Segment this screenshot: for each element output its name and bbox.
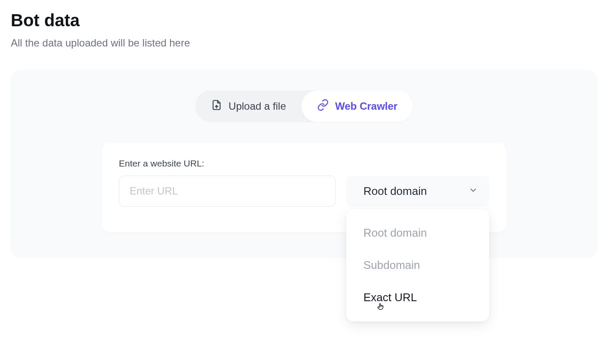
chevron-down-icon xyxy=(468,185,478,198)
url-input[interactable] xyxy=(119,176,336,207)
scope-dropdown-menu: Root domain Subdomain Exact URL xyxy=(346,209,489,321)
tab-upload-label: Upload a file xyxy=(229,100,286,112)
tab-group: Upload a file Web Crawler xyxy=(28,90,580,122)
tab-web-crawler[interactable]: Web Crawler xyxy=(301,90,413,122)
scope-dropdown-trigger[interactable]: Root domain xyxy=(346,176,489,207)
main-panel: Upload a file Web Crawler Enter a websit… xyxy=(11,70,597,258)
tab-upload-file[interactable]: Upload a file xyxy=(195,90,301,122)
file-upload-icon xyxy=(211,99,223,114)
scope-option-subdomain[interactable]: Subdomain xyxy=(346,249,489,281)
url-card: Enter a website URL: Root domain Root do… xyxy=(102,143,506,232)
page-title: Bot data xyxy=(11,11,597,30)
url-field-label: Enter a website URL: xyxy=(119,158,489,169)
scope-option-exact-url-label: Exact URL xyxy=(363,291,417,304)
tab-crawler-label: Web Crawler xyxy=(335,100,397,112)
page-subtitle: All the data uploaded will be listed her… xyxy=(11,37,597,49)
scope-selected-label: Root domain xyxy=(363,185,427,198)
tab-container: Upload a file Web Crawler xyxy=(195,90,413,122)
link-icon xyxy=(317,99,329,114)
input-row: Root domain Root domain Subdomain Exact … xyxy=(119,176,489,207)
scope-option-exact-url[interactable]: Exact URL xyxy=(346,281,489,314)
scope-dropdown: Root domain Root domain Subdomain Exact … xyxy=(346,176,489,207)
scope-option-root-domain[interactable]: Root domain xyxy=(346,217,489,249)
